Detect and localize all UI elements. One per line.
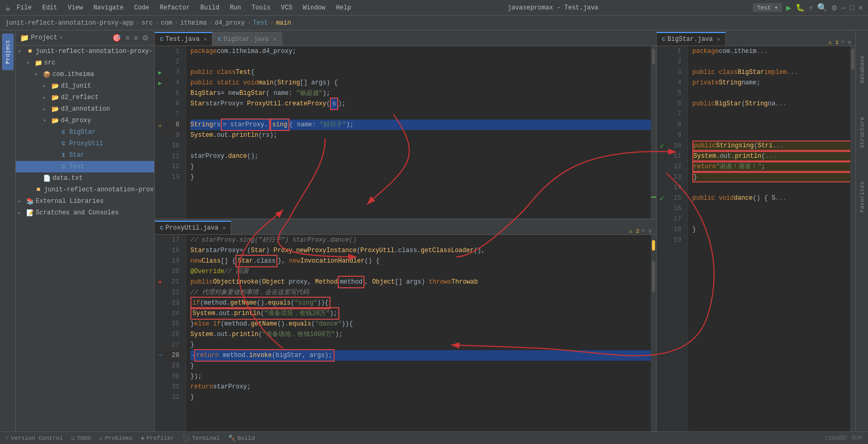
proxy-line-26: System.out.println("准备场地，收钱1000万"); — [190, 329, 656, 340]
expand-all-button[interactable]: ≡ — [124, 33, 131, 43]
run-gutter-4[interactable]: ▶ — [155, 78, 165, 88]
collapse-all-button[interactable]: ≡ — [133, 33, 139, 43]
tab-test-java[interactable]: C Test.java ✕ — [155, 32, 212, 46]
bigstar-java-editor[interactable]: ✓ ✓ 1 2 3 4 5 6 7 8 9 — [657, 46, 855, 431]
close-tab-test[interactable]: ✕ — [203, 36, 207, 42]
run-gutter-3[interactable]: ▶ — [155, 67, 165, 78]
terminal-status[interactable]: ⬛ Terminal — [183, 435, 220, 441]
proxyutil-java-code[interactable]: // starProxy.sing("好日子") starProxy.dance… — [186, 235, 656, 431]
profile-button[interactable]: ⚡ — [809, 3, 813, 12]
proxy-line-28: →return method.invoke(bigStar, args); — [190, 350, 656, 361]
test-java-code[interactable]: package com.itheima.d4_proxy; public cla… — [186, 46, 656, 219]
tree-item-com-itheima[interactable]: ▾ 📦 com.itheima — [16, 69, 154, 80]
bs-line-18: } — [692, 224, 855, 235]
tree-item-test[interactable]: ▸ C Test — [16, 161, 154, 172]
bs-line-12: return "谢谢！谢谢！"; — [692, 161, 855, 172]
maximize-button[interactable]: □ — [850, 4, 854, 12]
menu-navigate[interactable]: Navigate — [91, 3, 126, 13]
menu-window[interactable]: Window — [301, 3, 327, 13]
structure-panel-label[interactable]: Structure — [857, 113, 867, 152]
run-button[interactable]: ▶ — [786, 3, 791, 13]
breadcrumb-item[interactable]: src — [142, 19, 153, 27]
tree-item-src[interactable]: ▾ 📁 src — [16, 57, 154, 69]
right-tab-bar[interactable]: C BigStar.java ✕ ⚠ 1 ^ v — [657, 30, 855, 46]
locate-file-button[interactable]: 🎯 — [111, 33, 122, 43]
menu-tools[interactable]: Tools — [250, 3, 273, 13]
todo-status[interactable]: ☑ TODO — [71, 435, 91, 441]
run-config-dropdown[interactable]: Test ▾ — [753, 3, 782, 12]
close-tab-bigstar[interactable]: ✕ — [273, 36, 276, 42]
breadcrumb-item[interactable]: com — [161, 19, 173, 27]
current-line-arrow: → — [155, 350, 165, 361]
tab-bigstar-java[interactable]: C BigStar.java ✕ — [212, 32, 282, 46]
menu-view[interactable]: View — [66, 3, 85, 13]
menu-file[interactable]: File — [15, 3, 34, 13]
proxy-line-27: } — [190, 340, 656, 350]
close-button[interactable]: ✕ — [859, 3, 863, 12]
breadcrumb-item[interactable]: junit-reflect-annotation-proxy-app — [5, 19, 134, 27]
bigstar-line-numbers: 1 2 3 4 5 6 7 8 9 10 11 12 13 14 15 16 1 — [667, 46, 688, 431]
tree-item-d1-junit[interactable]: ▸ 📂 d1_junit — [16, 80, 154, 92]
sidebar-tools[interactable]: 🎯 ≡ ≡ ⚙ — [111, 33, 150, 43]
close-tab-proxyutil[interactable]: ✕ — [222, 225, 226, 231]
breadcrumb-item[interactable]: d4_proxy — [215, 19, 245, 27]
menu-code[interactable]: Code — [132, 3, 152, 13]
minimize-button[interactable]: — — [841, 4, 845, 12]
menu-edit[interactable]: Edit — [40, 3, 59, 13]
bigstar-java-code[interactable]: package com.itheim... public class BigSt… — [688, 46, 855, 431]
breadcrumb-class[interactable]: Test — [253, 19, 268, 27]
project-view-icon[interactable]: Project — [2, 34, 14, 70]
proxyutil-line-numbers: 17 18 19 20 21 22 23 24 25 26 27 28 29 3… — [165, 235, 186, 431]
top-editor-panel: C Test.java ✕ C BigStar.java ✕ — [155, 30, 656, 219]
test-java-editor[interactable]: ▶ ▶ ⚠ 1 2 — [155, 46, 656, 219]
breadcrumb-item[interactable]: itheima — [180, 19, 207, 27]
tree-item-bigstar[interactable]: ▸ C BigStar — [16, 126, 154, 138]
file-tree: ▾ ■ junit-reflect-annotation-proxy- ▾ 📁 … — [16, 46, 154, 219]
code-line-5: BigStar s = new BigStar( name: "杨超越"); — [190, 88, 656, 99]
bs-line-8 — [692, 120, 855, 130]
warn-gutter-8[interactable]: ⚠ — [155, 120, 165, 130]
bs-line-6: public BigStar(String na... — [692, 99, 855, 109]
test-scrollbar[interactable] — [651, 46, 656, 219]
tree-item-data-txt[interactable]: ▸ 📄 data.txt — [16, 172, 154, 184]
tree-item-d2-reflect[interactable]: ▸ 📂 d2_reflect — [16, 92, 154, 103]
tree-item-d4-proxy[interactable]: ▾ 📂 d4_proxy — [16, 115, 154, 126]
profiler-status[interactable]: ◈ Profiler — [141, 435, 174, 441]
debug-button[interactable]: 🐛 — [796, 3, 805, 12]
sidebar-settings-button[interactable]: ⚙ — [141, 33, 150, 43]
menu-bar[interactable]: File Edit View Navigate Code Refactor Bu… — [15, 3, 353, 13]
bottom-tab-bar[interactable]: C ProxyUtil.java ✕ ⚠ 2 ^ v — [155, 219, 656, 235]
tree-item-root[interactable]: ▾ ■ junit-reflect-annotation-proxy- — [16, 46, 154, 57]
breakpoint-21[interactable]: ● — [155, 277, 165, 287]
version-control-status[interactable]: ⑂ Version Control — [5, 435, 63, 441]
problems-status[interactable]: ⚠ Problems — [99, 435, 132, 441]
tree-item-external-libs[interactable]: ▸ 📚 External Libraries — [16, 196, 154, 207]
menu-vcs[interactable]: VCS — [279, 3, 295, 13]
settings-button[interactable]: ⚙ — [832, 3, 837, 13]
search-everywhere[interactable]: 🔍 — [817, 3, 828, 13]
menu-run[interactable]: Run — [228, 3, 243, 13]
breadcrumb-method[interactable]: main — [276, 19, 291, 27]
menu-help[interactable]: Help — [334, 3, 353, 13]
proxyutil-java-editor[interactable]: ● → 17 — [155, 235, 656, 431]
close-tab-bigstar-right[interactable]: ✕ — [717, 36, 720, 42]
build-status[interactable]: 🔨 Build — [228, 435, 255, 441]
proxyutil-scrollbar[interactable] — [651, 235, 656, 431]
tab-proxyutil-java[interactable]: C ProxyUtil.java ✕ — [155, 221, 231, 234]
tree-item-d3-annotation[interactable]: ▸ 📂 d3_annotation — [16, 103, 154, 115]
bigstar-scrollbar[interactable] — [850, 46, 855, 431]
window-controls[interactable]: Test ▾ ▶ 🐛 ⚡ 🔍 ⚙ — □ ✕ — [753, 3, 863, 13]
top-tab-bar[interactable]: C Test.java ✕ C BigStar.java ✕ — [155, 30, 656, 46]
proxy-line-18: Star starProxy = (Star) Proxy.newProxyIn… — [190, 245, 656, 256]
tree-item-scratches[interactable]: ▸ 📝 Scratches and Consoles — [16, 207, 154, 219]
database-panel-label[interactable]: Database — [857, 51, 867, 88]
menu-refactor[interactable]: Refactor — [158, 3, 192, 13]
code-line-4: public static void main(String[] args) { — [190, 78, 656, 88]
tree-item-star[interactable]: ▸ I Star — [16, 149, 154, 161]
bigstar-gutter: ✓ ✓ — [657, 46, 667, 431]
favorites-panel-label[interactable]: Favorites — [857, 177, 867, 216]
tab-bigstar-right[interactable]: C BigStar.java ✕ — [657, 32, 726, 46]
tree-item-proxyutil[interactable]: ▸ C ProxyUtil — [16, 138, 154, 149]
tree-item-module[interactable]: ▸ ■ junit-reflect-annotation-proxy- — [16, 184, 154, 196]
menu-build[interactable]: Build — [198, 3, 221, 13]
